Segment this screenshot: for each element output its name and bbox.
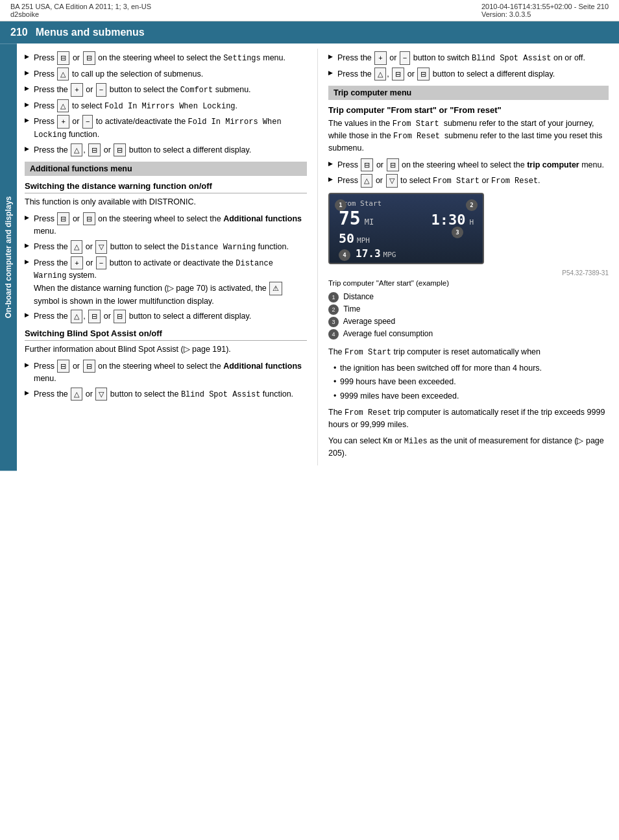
legend-item-4: 4 Average fuel consumption <box>328 328 609 340</box>
header-left: BA 251 USA, CA Edition A 2011; 1; 3, en-… <box>10 3 151 18</box>
distance-warning-heading: Switching the distance warning function … <box>25 181 307 193</box>
list-item: 9999 miles have been exceeded. <box>334 390 609 402</box>
additional-functions-heading: Additional functions menu <box>25 162 307 176</box>
list-item: Press ⊟ or ⊟ on the steering wheel to se… <box>25 360 307 385</box>
steer-left-icon: ⊟ <box>57 360 69 373</box>
list-item: Press the △, ⊟ or ⊟ button to select a d… <box>25 310 307 323</box>
legend-label-2: Time <box>343 304 360 314</box>
list-item: Press ⊟ or ⊟ on the steering wheel to se… <box>25 51 307 65</box>
trip-display-screen: 1 2 From Start 75 MI 1:30 H 50 <box>330 194 483 263</box>
legend-label-4: Average fuel consumption <box>343 329 433 338</box>
from-start-label: From Start <box>339 198 474 208</box>
trip-legend-list: 1 Distance 2 Time 3 Average speed 4 Aver… <box>328 291 609 341</box>
list-item: Press the △, ⊟ or ⊟ button to select a d… <box>328 68 609 81</box>
sidebar-label: On-board computer and displays <box>4 196 13 318</box>
legend-item-3: 3 Average speed <box>328 315 609 328</box>
list-item: Press △ to select Fold In Mirrors When L… <box>25 99 307 113</box>
speed-unit: MPH <box>357 236 370 245</box>
list-item: Press △ to call up the selection of subm… <box>25 68 307 81</box>
mpg-value: 17.3 <box>356 247 381 260</box>
mpg-unit: MPG <box>383 251 396 259</box>
legend-label-3: Average speed <box>343 317 396 326</box>
badge-1: 1 <box>335 199 346 211</box>
steer-right-icon: ⊟ <box>114 143 126 157</box>
reset-conditions-list: the ignition has been switched off for m… <box>334 362 609 402</box>
sidebar-blue-bar: On-board computer and displays <box>0 43 17 471</box>
steer-left-icon: ⊟ <box>57 212 69 226</box>
list-item: the ignition has been switched off for m… <box>334 362 609 375</box>
km-miles-text: You can select Km or Miles as the unit o… <box>328 435 609 460</box>
up-icon: △ <box>71 310 82 323</box>
time-value: 1:30 <box>431 212 465 228</box>
up-icon: △ <box>361 174 372 188</box>
page-header: BA 251 USA, CA Edition A 2011; 1; 3, en-… <box>0 0 619 21</box>
left-column: Press ⊟ or ⊟ on the steering wheel to se… <box>17 49 318 465</box>
time-unit: H <box>469 218 474 227</box>
steer-left-icon: ⊟ <box>392 68 404 81</box>
list-item: Press + or − to activate/deactivate the … <box>25 115 307 141</box>
down-icon: ▽ <box>95 388 107 401</box>
speed-row: 50 MPH 3 <box>339 230 474 246</box>
trip-intro-text: The values in the From Start submenu ref… <box>328 117 609 154</box>
plus-icon: + <box>374 51 386 65</box>
trip-display-image: 1 2 From Start 75 MI 1:30 H 50 <box>328 193 484 264</box>
trip-caption: Trip computer "After start" (example) <box>328 279 609 287</box>
list-item: 999 hours have been exceeded. <box>334 376 609 388</box>
steer-right-icon: ⊟ <box>83 360 95 373</box>
down-icon: ▽ <box>386 174 398 188</box>
minus-icon: − <box>82 115 93 129</box>
up-icon: △ <box>71 143 82 157</box>
page-number: 210 <box>10 27 28 38</box>
steer-left-icon: ⊟ <box>361 158 373 172</box>
from-reset-text: The From Reset trip computer is automati… <box>328 406 609 431</box>
list-item: Press △ or ▽ to select From Start or Fro… <box>328 174 609 188</box>
list-item: Press the △, ⊟ or ⊟ button to select a d… <box>25 143 307 157</box>
legend-item-1: 1 Distance <box>328 291 609 303</box>
up-icon: △ <box>71 240 82 254</box>
trip-computer-heading: Trip computer menu <box>328 86 609 100</box>
blind-spot-heading: Switching Blind Spot Assist on/off <box>25 328 307 341</box>
steer-right-icon: ⊟ <box>387 158 399 172</box>
page-title-bar: 210 Menus and submenus <box>0 21 619 43</box>
blind-spot-continued-list: Press the + or − button to switch Blind … <box>328 51 609 80</box>
up-icon: △ <box>57 68 69 81</box>
list-item: Press the + or − button to select the Co… <box>25 83 307 97</box>
blind-spot-list: Press ⊟ or ⊟ on the steering wheel to se… <box>25 360 307 401</box>
blind-intro: Further information about Blind Spot Ass… <box>25 343 307 356</box>
trip-select-list: Press ⊟ or ⊟ on the steering wheel to se… <box>328 158 609 188</box>
legend-label-1: Distance <box>343 292 374 301</box>
steer-right-icon: ⊟ <box>417 68 430 81</box>
right-column: Press the + or − button to switch Blind … <box>318 49 619 465</box>
header-right: 2010-04-16T14:31:55+02:00 - Seite 210 Ve… <box>481 3 609 18</box>
trip-computer-subheading: Trip computer "From start" or "From rese… <box>328 105 609 115</box>
mpg-row: 4 17.3 MPG <box>339 247 474 261</box>
steer-left-icon: ⊟ <box>57 51 69 65</box>
distance-value: 75 <box>339 208 361 229</box>
list-item: Press the △ or ▽ button to select the Di… <box>25 240 307 254</box>
minus-icon: − <box>400 51 410 65</box>
distance-unit: MI <box>365 217 374 227</box>
badge-4: 4 <box>339 249 350 261</box>
steer-left-icon: ⊟ <box>88 143 101 157</box>
main-wrapper: On-board computer and displays Press ⊟ o… <box>0 43 619 471</box>
steer-left-icon: ⊟ <box>88 310 101 323</box>
legend-item-2: 2 Time <box>328 303 609 315</box>
up-icon: △ <box>57 99 69 113</box>
minus-icon: − <box>96 83 106 97</box>
list-item: Press ⊟ or ⊟ on the steering wheel to se… <box>328 158 609 172</box>
distronic-note: This function is only available with DIS… <box>25 196 307 208</box>
speed-value: 50 <box>339 230 354 246</box>
image-ref: P54.32-7389-31 <box>328 269 609 277</box>
badge-2: 2 <box>466 199 478 211</box>
steer-right-icon: ⊟ <box>83 212 95 226</box>
list-item: Press the + or − button to switch Blind … <box>328 51 609 65</box>
page-title: Menus and submenus <box>36 27 145 38</box>
list-item: Press ⊟ or ⊟ on the steering wheel to se… <box>25 212 307 238</box>
plus-icon: + <box>71 256 82 270</box>
list-item: Press the + or − button to activate or d… <box>25 256 307 308</box>
settings-menu-list: Press ⊟ or ⊟ on the steering wheel to se… <box>25 51 307 156</box>
plus-icon: + <box>57 115 69 129</box>
warning-symbol-icon: ⚠ <box>269 282 282 295</box>
list-item: Press the △ or ▽ button to select the Bl… <box>25 388 307 401</box>
up-icon: △ <box>374 68 386 81</box>
